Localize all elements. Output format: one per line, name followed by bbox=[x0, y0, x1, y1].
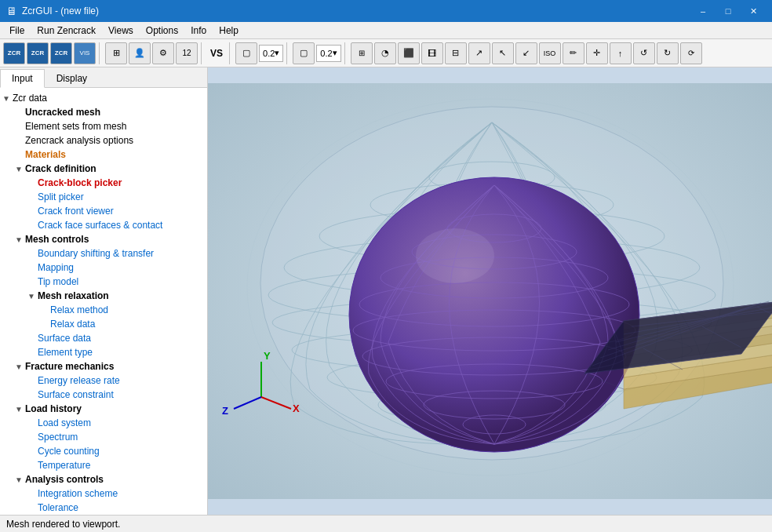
tree-item[interactable]: Cycle counting bbox=[0, 444, 207, 458]
arrow-nw-button[interactable]: ↖ bbox=[492, 42, 514, 64]
stop-button[interactable]: ⬛ bbox=[398, 42, 420, 64]
vis-button[interactable]: VIS bbox=[74, 42, 96, 64]
toolbar: ZCR ZCR ZCR VIS ⊞ 👤 ⚙ 12 VS ▢ 0.2▾ ▢ 0.2… bbox=[0, 39, 772, 67]
iso-button[interactable]: ISO bbox=[539, 42, 561, 64]
close-button[interactable]: ✕ bbox=[741, 0, 766, 22]
cube2-button[interactable]: ▢ bbox=[293, 42, 315, 64]
menu-item-help[interactable]: Help bbox=[213, 24, 245, 38]
num-button[interactable]: 12 bbox=[176, 42, 198, 64]
tree-item[interactable]: Temperature bbox=[0, 458, 207, 472]
tree-toggle[interactable]: ▼ bbox=[25, 292, 38, 301]
tree-label: Mesh controls bbox=[25, 234, 89, 245]
tree-label: Split picker bbox=[38, 191, 84, 202]
3d-scene: Y X Z bbox=[208, 67, 772, 515]
mesh-button[interactable]: ⊞ bbox=[351, 42, 373, 64]
tree-item[interactable]: Surface data bbox=[0, 331, 207, 345]
tree-toggle[interactable]: ▼ bbox=[13, 165, 25, 173]
tree-item[interactable]: Crack-block picker bbox=[0, 176, 207, 190]
cube-button[interactable]: ▢ bbox=[235, 42, 257, 64]
svg-text:Y: Y bbox=[264, 350, 271, 362]
separator-3 bbox=[229, 42, 232, 64]
maximize-button[interactable]: □ bbox=[716, 0, 741, 22]
menu-item-run-zencrack[interactable]: Run Zencrack bbox=[31, 24, 102, 38]
tree-label: Mapping bbox=[38, 262, 74, 273]
arrow-ne-button[interactable]: ↗ bbox=[468, 42, 490, 64]
tree-item[interactable]: Spectrum bbox=[0, 430, 207, 444]
tree-item[interactable]: Materials bbox=[0, 148, 207, 162]
zcr1-button[interactable]: ZCR bbox=[3, 42, 25, 64]
tree-toggle[interactable]: ▼ bbox=[13, 363, 25, 371]
tree-label: Crack front viewer bbox=[38, 206, 114, 217]
status-message: Mesh rendered to viewport. bbox=[6, 519, 120, 530]
zcr2-button[interactable]: ZCR bbox=[27, 42, 49, 64]
separator-2 bbox=[201, 42, 204, 64]
tree-item[interactable]: Crack front viewer bbox=[0, 204, 207, 218]
tree-item[interactable]: Uncracked mesh bbox=[0, 105, 207, 119]
zcr3-button[interactable]: ZCR bbox=[50, 42, 72, 64]
tree-item[interactable]: Boundary shifting & transfer bbox=[0, 246, 207, 261]
tree-toggle[interactable]: ▼ bbox=[13, 405, 25, 414]
scale-dropdown-2[interactable]: 0.2▾ bbox=[316, 45, 340, 62]
tree-label: Zencrack analysis options bbox=[25, 135, 133, 146]
tree-item[interactable]: Element sets from mesh bbox=[0, 119, 207, 133]
tree-item[interactable]: Crack face surfaces & contact bbox=[0, 218, 207, 232]
tree-label: Materials bbox=[25, 149, 66, 160]
tree-item[interactable]: ▼Crack definition bbox=[0, 162, 207, 176]
window-controls: – □ ✕ bbox=[690, 0, 766, 22]
tree-item[interactable]: ▼Analysis controls bbox=[0, 472, 207, 486]
svg-point-13 bbox=[349, 177, 639, 452]
tree-item[interactable]: Load system bbox=[0, 416, 207, 430]
window-title: ZcrGUI - (new file) bbox=[22, 5, 690, 16]
tree-label: Tolerance bbox=[38, 502, 78, 513]
tree-item[interactable]: Energy release rate bbox=[0, 373, 207, 388]
gear-button[interactable]: ⚙ bbox=[152, 42, 174, 64]
status-bar: Mesh rendered to viewport. bbox=[0, 515, 772, 532]
tree-item[interactable]: Mapping bbox=[0, 261, 207, 275]
menu-item-file[interactable]: File bbox=[3, 24, 31, 38]
move-button[interactable]: ✛ bbox=[586, 42, 608, 64]
tree-item[interactable]: ▼Load history bbox=[0, 402, 207, 416]
rotate3-button[interactable]: ⟳ bbox=[680, 42, 702, 64]
tree-item[interactable]: Relax method bbox=[0, 303, 207, 317]
tree-item[interactable]: ▼Mesh controls bbox=[0, 232, 207, 246]
scale-dropdown-1[interactable]: 0.2▾ bbox=[259, 45, 283, 62]
pen-button[interactable]: ✏ bbox=[563, 42, 584, 64]
tree-label: Crack face surfaces & contact bbox=[38, 220, 162, 231]
rotate1-button[interactable]: ↺ bbox=[633, 42, 655, 64]
tree-item[interactable]: Surface constraint bbox=[0, 388, 207, 402]
tree-item[interactable]: Element type bbox=[0, 345, 207, 359]
menu-item-views[interactable]: Views bbox=[102, 24, 140, 38]
tab-input[interactable]: Input bbox=[0, 69, 45, 88]
tree-item[interactable]: Tip model bbox=[0, 275, 207, 289]
tree-label: Load history bbox=[25, 403, 82, 414]
up-button[interactable]: ↑ bbox=[610, 42, 632, 64]
tree-item[interactable]: Split picker bbox=[0, 190, 207, 204]
tree-label: Mesh relaxation bbox=[38, 290, 109, 301]
viewport[interactable]: Y X Z bbox=[208, 67, 772, 515]
tree-label: Zcr data bbox=[13, 93, 47, 104]
tree-label: Crack definition bbox=[25, 163, 96, 174]
rotate2-button[interactable]: ↻ bbox=[657, 42, 679, 64]
grid-button[interactable]: ⊞ bbox=[105, 42, 127, 64]
tree-toggle[interactable]: ▼ bbox=[13, 235, 25, 244]
tree-item[interactable]: Integration scheme bbox=[0, 486, 207, 501]
tree-item[interactable]: ▼Zcr data bbox=[0, 91, 207, 105]
tree-toggle[interactable]: ▼ bbox=[0, 94, 13, 103]
menu-item-options[interactable]: Options bbox=[140, 24, 184, 38]
clock-button[interactable]: ◔ bbox=[374, 42, 396, 64]
table-button[interactable]: ⊟ bbox=[445, 42, 467, 64]
separator-4 bbox=[286, 42, 290, 64]
tab-display[interactable]: Display bbox=[45, 69, 99, 87]
tree-label: Integration scheme bbox=[38, 488, 118, 499]
menu-item-info[interactable]: Info bbox=[184, 24, 213, 38]
tree-item[interactable]: Zencrack analysis options bbox=[0, 133, 207, 148]
tree-toggle[interactable]: ▼ bbox=[13, 476, 25, 484]
tree-item[interactable]: Tolerance bbox=[0, 501, 207, 515]
tree-item[interactable]: ▼Mesh relaxation bbox=[0, 289, 207, 303]
person-button[interactable]: 👤 bbox=[129, 42, 151, 64]
minimize-button[interactable]: – bbox=[690, 0, 716, 22]
arrow-se-button[interactable]: ↙ bbox=[515, 42, 537, 64]
tree-item[interactable]: Relax data bbox=[0, 317, 207, 331]
film-button[interactable]: 🎞 bbox=[421, 42, 443, 64]
tree-item[interactable]: ▼Fracture mechanics bbox=[0, 359, 207, 373]
